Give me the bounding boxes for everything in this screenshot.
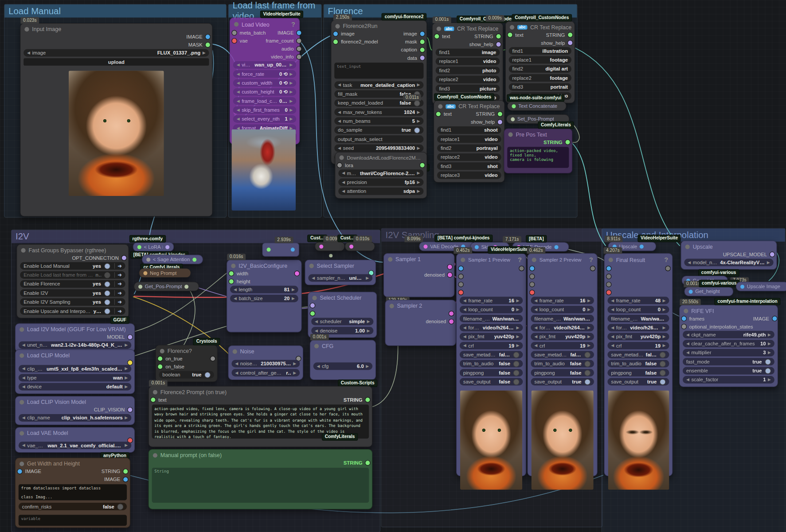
port-dot-icon[interactable] [419, 55, 425, 60]
port-frames[interactable]: frames [681, 315, 753, 322]
port-dot-icon[interactable] [507, 32, 512, 37]
toggle-dot-icon[interactable] [660, 361, 666, 367]
widget-find3[interactable]: find3shot [437, 162, 501, 170]
port-dot[interactable] [458, 289, 466, 296]
port-dot-icon[interactable] [296, 46, 301, 51]
widget-filename-prefix[interactable]: filename_prefixWan/wan_up [607, 315, 669, 322]
widget-length[interactable]: ◀length81▶ [230, 286, 298, 293]
port-dot-icon[interactable] [121, 255, 127, 261]
widget-clip-name[interactable]: ◀clip_nameumt5_xxl_fp8_e4m3fn_scaled.saf… [19, 365, 131, 372]
stepper-arrow-icon[interactable]: ◀ [338, 119, 341, 123]
group-upscale-title[interactable]: Upscale and Interpolation [602, 229, 785, 242]
widget-ckpt-name[interactable]: ◀ckpt_namerife49.pth▶ [683, 331, 774, 338]
port-dot-icon[interactable] [606, 266, 611, 271]
port-string[interactable]: STRING [546, 31, 573, 38]
widget-loop-count[interactable]: ◀loop_count0▶ [531, 306, 594, 313]
node-sampler-2[interactable]: Sampler 2 denoised [385, 300, 456, 346]
widget-vae-name[interactable]: ◀vae_namewan_2.1_vae_comfy_official.safe… [19, 442, 131, 449]
port-dot-icon[interactable] [496, 34, 501, 39]
port-on-false[interactable]: on_false [157, 364, 184, 370]
stepper-arrow-icon[interactable]: ▶ [417, 171, 420, 176]
node-load-vae-model[interactable]: anyPython Load VAE Model ◀vae_namewan_2.… [15, 427, 135, 453]
port-opt-connection[interactable]: OPT_CONNECTION [72, 254, 127, 261]
variable-area[interactable]: variable [19, 515, 127, 526]
port-dot-icon[interactable] [497, 111, 503, 117]
widget-do-sample[interactable]: do_sampletrue [334, 126, 423, 134]
stepper-arrow-icon[interactable]: ◀ [235, 371, 238, 375]
stepper-arrow-icon[interactable]: ▶ [663, 344, 666, 348]
port-image[interactable]: image [403, 31, 425, 37]
stepper-arrow-icon[interactable]: ◀ [534, 325, 537, 330]
node-get-height-collapsed[interactable]: 0.001s comfyui-various Get_height [684, 287, 733, 296]
port-video-info[interactable]: video_info [271, 54, 302, 60]
port-dot[interactable] [165, 245, 169, 249]
port-dot[interactable] [512, 104, 516, 108]
stepper-arrow-icon[interactable]: ▶ [663, 307, 666, 312]
port-dot[interactable] [349, 244, 353, 248]
port-dot[interactable] [511, 117, 515, 121]
stepper-arrow-icon[interactable]: ▶ [587, 325, 590, 330]
widget-trim-to-audio[interactable]: trim_to_audiofalse [460, 360, 523, 368]
stepper-arrow-icon[interactable]: ▶ [125, 376, 128, 380]
port-dot[interactable] [529, 281, 537, 288]
port-denoised[interactable]: denoised [424, 272, 453, 278]
toggle-dot-icon[interactable] [414, 100, 420, 106]
node-fast-groups-bypasser[interactable]: Fast Groups Bypasser (rgthree) OPT_CONNE… [16, 244, 129, 318]
toggle-dot-icon[interactable] [513, 379, 520, 385]
widget-crf[interactable]: ◀crf19▶ [607, 342, 669, 349]
widget-scale-factor[interactable]: ◀scale_factor1▶ [683, 376, 774, 383]
stepper-arrow-icon[interactable]: ◀ [22, 415, 25, 420]
port-dot-icon[interactable] [310, 311, 315, 316]
help-icon[interactable]: ? [589, 256, 593, 264]
port-show-help[interactable]: show_help [469, 41, 501, 48]
port-dot[interactable] [689, 289, 693, 293]
stepper-arrow-icon[interactable]: ▶ [367, 329, 370, 333]
port-string[interactable]: STRING [544, 139, 571, 145]
node-load-clip-model[interactable]: Load CLIP Model ◀clip_nameumt5_xxl_fp8_e… [15, 349, 135, 394]
widget-save-output[interactable]: save_outputtrue [531, 378, 594, 386]
widget-save-metadata[interactable]: save_metadatafalse [607, 351, 669, 358]
port-florence2-model[interactable]: florence2_model [333, 39, 378, 45]
port-string[interactable]: STRING [102, 468, 129, 475]
port-dot[interactable] [445, 264, 453, 270]
stepper-arrow-icon[interactable]: ▶ [289, 117, 293, 121]
stepper-arrow-icon[interactable]: ◀ [237, 117, 240, 121]
port-dot-icon[interactable] [419, 47, 425, 52]
stepper-arrow-icon[interactable]: ▶ [289, 72, 293, 76]
port-dot-icon[interactable] [458, 282, 463, 287]
port-dot-icon[interactable] [496, 42, 501, 47]
toggle-dot-icon[interactable] [104, 281, 110, 287]
widget-save-metadata[interactable]: save_metadatafalse [460, 351, 523, 358]
widget-save-metadata[interactable]: save_metadatafalse [531, 351, 594, 358]
manual-prompt-textarea[interactable]: String [152, 468, 369, 503]
widget-replace1[interactable]: replace1video [436, 58, 500, 65]
port-dot-icon[interactable] [337, 162, 342, 168]
port-clip-vision[interactable]: CLIP_VISION [94, 407, 133, 413]
port-denoised[interactable]: denoised [426, 318, 454, 325]
stepper-arrow-icon[interactable]: ▶ [768, 341, 771, 346]
port-dot[interactable] [137, 245, 141, 249]
widget-format[interactable]: ◀formatvideo/h264-m...▶ [460, 324, 523, 331]
port-text[interactable]: text [436, 111, 452, 117]
stepper-arrow-icon[interactable]: ◀ [686, 332, 689, 337]
stepper-arrow-icon[interactable]: ▶ [292, 296, 295, 301]
widget-device[interactable]: ◀devicedefault▶ [19, 383, 131, 391]
port-dot-icon[interactable] [529, 290, 535, 295]
toggle-dot-icon[interactable] [104, 290, 110, 296]
port-dot[interactable] [529, 273, 537, 280]
widget-enable-upscale-and-interpolation[interactable]: Enable Upscale and Interpolationyes➜ [20, 307, 125, 315]
widget-sampler-name[interactable]: ◀sampler_nameuni_pc▶ [308, 274, 372, 282]
port-show-help[interactable]: show_help [471, 119, 503, 125]
widget-loop-count[interactable]: ◀loop_count0▶ [460, 306, 523, 313]
node-collapsed-reroute[interactable]: 2.939s [262, 243, 299, 257]
toggle-dot-icon[interactable] [104, 263, 110, 269]
widget-save-output[interactable]: save_outputtrue [607, 378, 669, 386]
stepper-arrow-icon[interactable]: ◀ [22, 367, 25, 371]
widget-loop-count[interactable]: ◀loop_count0▶ [607, 306, 669, 313]
stepper-arrow-icon[interactable]: ◀ [463, 344, 466, 348]
toggle-dot-icon[interactable] [584, 361, 590, 367]
node-manual-prompt[interactable]: Manual prompt (on false) STRING String [149, 449, 372, 509]
widget-trim-to-audio[interactable]: trim_to_audiofalse [607, 360, 669, 368]
port-dot[interactable] [458, 265, 466, 272]
port-data[interactable]: data [407, 55, 425, 61]
